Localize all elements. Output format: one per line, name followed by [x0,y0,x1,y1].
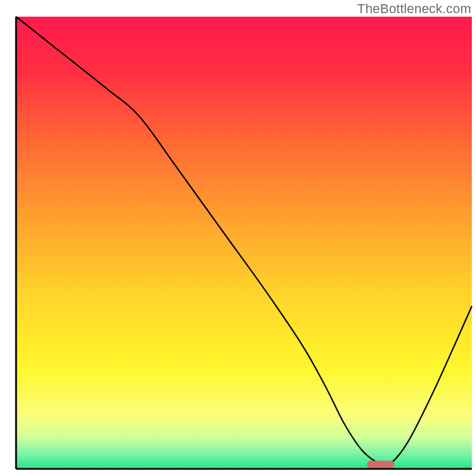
bottleneck-chart [0,0,476,476]
plot-background [16,17,472,469]
watermark-text: TheBottleneck.com [357,1,471,17]
min-region-bar [367,461,394,468]
